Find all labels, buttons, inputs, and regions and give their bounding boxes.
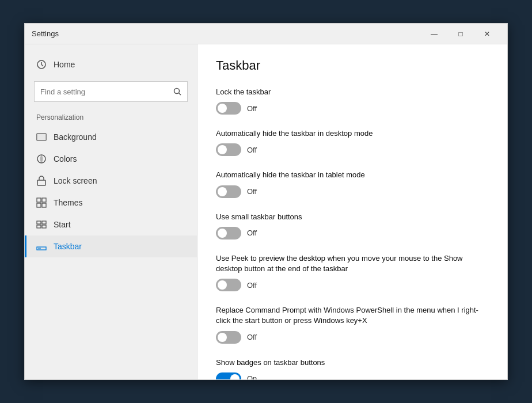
window-controls: — □ ✕ bbox=[421, 24, 500, 44]
toggle-state-small-buttons: Off bbox=[247, 229, 257, 237]
svg-point-3 bbox=[174, 89, 180, 94]
toggle-auto-hide-tablet[interactable] bbox=[216, 185, 241, 198]
toggle-state-badges: On bbox=[247, 374, 257, 379]
search-input[interactable] bbox=[34, 81, 188, 102]
sidebar-item-background[interactable]: Background bbox=[25, 126, 197, 148]
toggle-row-auto-hide-tablet: Off bbox=[216, 185, 489, 198]
home-label: Home bbox=[54, 60, 75, 69]
sidebar-item-label-colors: Colors bbox=[54, 154, 77, 164]
sidebar-item-label-lock-screen: Lock screen bbox=[54, 176, 97, 185]
search-button[interactable] bbox=[167, 81, 188, 102]
svg-line-4 bbox=[179, 93, 181, 96]
sidebar-item-label-start: Start bbox=[54, 220, 71, 229]
toggle-row-lock-taskbar: Off bbox=[216, 102, 489, 115]
svg-rect-14 bbox=[42, 221, 46, 224]
personalization-section-label: Personalization bbox=[25, 111, 197, 126]
svg-rect-8 bbox=[37, 180, 45, 185]
sidebar-item-taskbar[interactable]: Taskbar bbox=[25, 235, 197, 257]
settings-list: Lock the taskbarOffAutomatically hide th… bbox=[216, 87, 489, 379]
sidebar: Home Personalization bbox=[25, 44, 197, 379]
start-icon bbox=[36, 219, 47, 230]
toggle-row-powershell: Off bbox=[216, 331, 489, 344]
setting-item-powershell: Replace Command Prompt with Windows Powe… bbox=[216, 305, 489, 343]
toggle-row-badges: On bbox=[216, 372, 489, 379]
sidebar-item-themes[interactable]: Themes bbox=[25, 192, 197, 214]
svg-line-2 bbox=[41, 64, 43, 66]
setting-label-small-buttons: Use small taskbar buttons bbox=[216, 212, 489, 222]
toggle-row-peek: Off bbox=[216, 279, 489, 291]
main-content: Taskbar Lock the taskbarOffAutomatically… bbox=[197, 44, 507, 379]
maximize-button[interactable]: □ bbox=[447, 24, 474, 44]
svg-rect-12 bbox=[42, 198, 46, 202]
toggle-auto-hide-desktop[interactable] bbox=[216, 143, 241, 156]
setting-label-auto-hide-tablet: Automatically hide the taskbar in tablet… bbox=[216, 170, 489, 180]
toggle-badges[interactable] bbox=[216, 372, 241, 379]
home-icon bbox=[36, 59, 47, 70]
setting-label-lock-taskbar: Lock the taskbar bbox=[216, 87, 489, 97]
setting-label-auto-hide-desktop: Automatically hide the taskbar in deskto… bbox=[216, 128, 489, 139]
setting-item-auto-hide-desktop: Automatically hide the taskbar in deskto… bbox=[216, 128, 489, 156]
sidebar-item-label-themes: Themes bbox=[54, 198, 83, 207]
close-button[interactable]: ✕ bbox=[474, 24, 500, 44]
sidebar-item-lock-screen[interactable]: Lock screen bbox=[25, 170, 197, 192]
setting-item-badges: Show badges on taskbar buttonsOn bbox=[216, 358, 489, 380]
toggle-small-buttons[interactable] bbox=[216, 227, 241, 239]
sidebar-item-label-background: Background bbox=[54, 132, 97, 142]
settings-window: Settings — □ ✕ Home bbox=[24, 23, 508, 380]
background-icon bbox=[36, 132, 47, 142]
sidebar-item-home[interactable]: Home bbox=[25, 54, 197, 75]
svg-rect-10 bbox=[42, 203, 46, 207]
svg-rect-9 bbox=[37, 203, 41, 207]
toggle-row-small-buttons: Off bbox=[216, 227, 489, 239]
taskbar-icon bbox=[36, 241, 47, 252]
svg-rect-15 bbox=[37, 225, 41, 228]
setting-item-small-buttons: Use small taskbar buttonsOff bbox=[216, 212, 489, 239]
svg-rect-11 bbox=[37, 198, 41, 202]
themes-icon bbox=[36, 197, 47, 208]
svg-rect-18 bbox=[38, 248, 41, 249]
window-title: Settings bbox=[32, 29, 421, 38]
toggle-state-auto-hide-tablet: Off bbox=[247, 187, 257, 196]
sidebar-item-label-taskbar: Taskbar bbox=[54, 242, 82, 251]
title-bar: Settings — □ ✕ bbox=[25, 24, 507, 44]
toggle-state-peek: Off bbox=[247, 281, 257, 290]
setting-label-peek: Use Peek to preview the desktop when you… bbox=[216, 253, 489, 274]
toggle-state-powershell: Off bbox=[247, 333, 257, 341]
toggle-row-auto-hide-desktop: Off bbox=[216, 143, 489, 156]
setting-label-powershell: Replace Command Prompt with Windows Powe… bbox=[216, 305, 489, 326]
setting-item-lock-taskbar: Lock the taskbarOff bbox=[216, 87, 489, 115]
minimize-button[interactable]: — bbox=[421, 24, 447, 44]
lock-screen-icon bbox=[36, 176, 47, 186]
colors-icon bbox=[36, 154, 47, 164]
toggle-peek[interactable] bbox=[216, 279, 241, 291]
setting-item-peek: Use Peek to preview the desktop when you… bbox=[216, 253, 489, 291]
setting-label-badges: Show badges on taskbar buttons bbox=[216, 358, 489, 368]
search-box bbox=[34, 81, 188, 102]
toggle-lock-taskbar[interactable] bbox=[216, 102, 241, 115]
sidebar-item-start[interactable]: Start bbox=[25, 214, 197, 235]
toggle-state-auto-hide-desktop: Off bbox=[247, 146, 257, 154]
svg-rect-16 bbox=[42, 225, 46, 228]
svg-rect-13 bbox=[37, 221, 41, 224]
setting-item-auto-hide-tablet: Automatically hide the taskbar in tablet… bbox=[216, 170, 489, 197]
page-title: Taskbar bbox=[216, 58, 489, 73]
sidebar-item-colors[interactable]: Colors bbox=[25, 148, 197, 170]
toggle-state-lock-taskbar: Off bbox=[247, 104, 257, 113]
content-area: Home Personalization bbox=[25, 44, 507, 379]
svg-rect-6 bbox=[37, 134, 46, 140]
toggle-powershell[interactable] bbox=[216, 331, 241, 344]
